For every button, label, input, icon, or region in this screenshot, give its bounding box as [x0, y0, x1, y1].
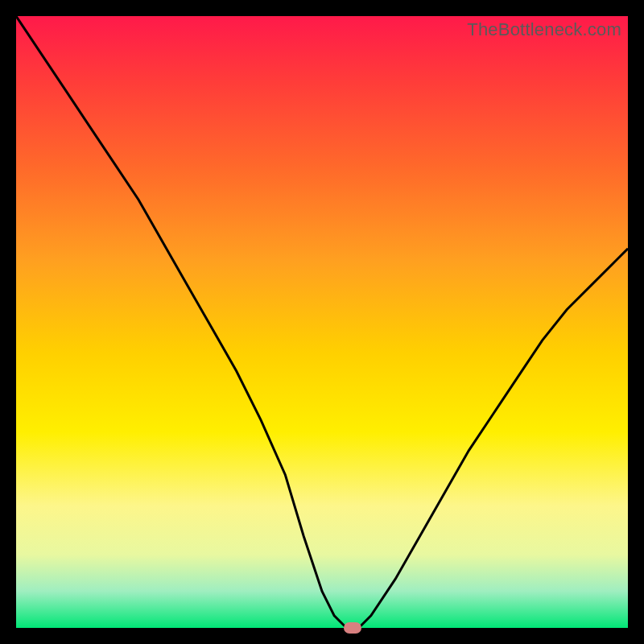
bottleneck-curve — [16, 16, 628, 628]
plot-area: TheBottleneck.com — [16, 16, 628, 628]
curve-svg — [16, 16, 628, 628]
chart-container: TheBottleneck.com — [0, 0, 644, 644]
minimum-marker — [344, 622, 361, 634]
